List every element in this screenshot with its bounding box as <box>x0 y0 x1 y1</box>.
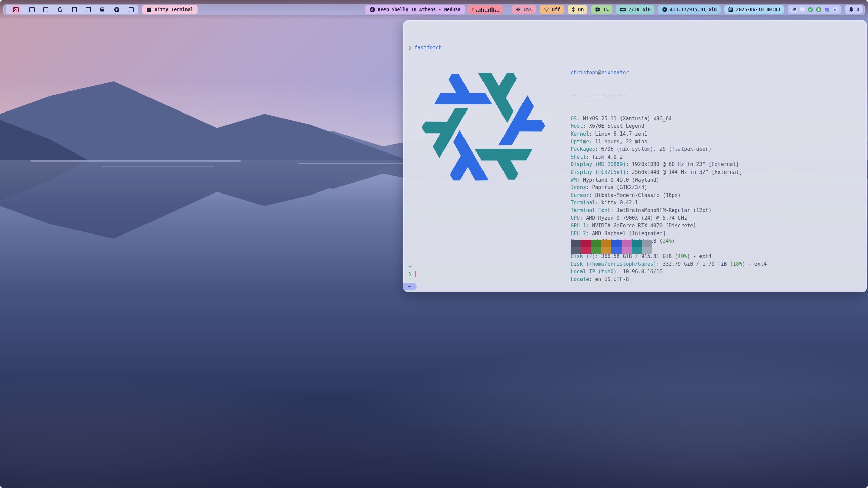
display-tray-icon[interactable] <box>800 7 805 12</box>
palette-swatch <box>581 240 591 247</box>
workspace-5[interactable] <box>72 7 77 12</box>
empty-workspace-icon <box>129 7 134 12</box>
terminal-window[interactable]: ~ ❯fastfetch christoph@nixinator -------… <box>403 20 867 292</box>
palette-swatch <box>642 240 652 247</box>
fetch-info-line: Host: X670E Steel Legend <box>571 122 767 130</box>
calendar-icon <box>728 7 733 12</box>
bluetooth-pill[interactable]: On <box>568 5 587 14</box>
clock-pill[interactable]: 2025-06-18 00:03 <box>724 5 784 14</box>
palette-swatch <box>642 247 652 254</box>
audio-visualizer-bars <box>476 7 499 12</box>
disk-usage: 413.17/915.81 GiB <box>670 7 717 12</box>
cpu-usage: 1% <box>603 7 608 12</box>
fetch-info-line: Icons: Papirus [GTK2/3/4] <box>571 184 767 191</box>
palette-swatch <box>571 247 581 254</box>
desktop: Kitty Terminal Keep Shelly In Athens - M… <box>0 0 868 488</box>
terminal-tab-bar: ~ <box>403 282 417 289</box>
fetch-info-line: CPU: AMD Ryzen 9 7900X (24) @ 5.74 GHz <box>571 214 767 222</box>
heart-tray-icon[interactable] <box>824 7 830 12</box>
clock-datetime: 2025-06-18 00:03 <box>736 7 780 12</box>
visualizer-bar <box>498 11 499 12</box>
fetch-info-line: Display (MD 20889): 1920x1080 @ 60 Hz in… <box>571 161 767 168</box>
music-note-icon: ♪ <box>471 7 474 12</box>
cpu-chip-icon <box>595 7 600 12</box>
active-window-pill[interactable]: Kitty Terminal <box>142 5 198 14</box>
fetch-info-line: Shell: fish 4.0.2 <box>571 153 767 161</box>
palette-swatch <box>632 240 642 247</box>
music-pill[interactable]: Keep Shelly In Athens - Medusa <box>365 5 465 14</box>
visualizer-bar <box>496 11 497 12</box>
text-cursor <box>415 271 416 277</box>
fetch-info-line: OS: NixOS 25.11 (Xantusia) x86_64 <box>571 115 767 123</box>
visualizer-bar <box>495 10 496 12</box>
visualizer-bar <box>476 10 477 12</box>
prompt-symbol: ❯ <box>408 45 411 51</box>
palette-swatch <box>611 247 622 254</box>
fetch-host: nixinator <box>601 69 629 76</box>
bar-left-section: Kitty Terminal <box>6 5 198 14</box>
palette-swatch <box>632 247 642 254</box>
fetch-title: christoph@nixinator <box>571 69 767 77</box>
fetch-info-line: Terminal: kitty 0.42.1 <box>571 199 767 207</box>
disk-pill[interactable]: 413.17/915.81 GiB <box>658 5 721 14</box>
workspace-2[interactable] <box>29 7 35 12</box>
spotify-icon <box>114 7 120 13</box>
cpu-pill[interactable]: 1% <box>591 5 612 14</box>
fetch-info-line: Disk (/home/christoph/Games): 332.79 GiB… <box>571 260 767 268</box>
cat-icon <box>146 7 152 12</box>
fetch-info-line: Uptime: 11 hours, 22 mins <box>571 138 767 146</box>
spotify-icon <box>370 7 375 13</box>
fetch-info-line: Kernel: Linux 6.14.7-zen1 <box>571 130 767 138</box>
visualizer-bar <box>485 11 486 12</box>
visualizer-bar <box>486 11 487 12</box>
contact-tray-icon[interactable] <box>816 7 821 12</box>
keyboard-tray-icon[interactable] <box>791 7 797 12</box>
workspace-7[interactable] <box>100 7 105 12</box>
workspace-9[interactable] <box>129 7 134 12</box>
ram-icon <box>620 7 626 12</box>
browser-icon <box>57 7 63 13</box>
prompt-path-line: ~ <box>408 36 442 44</box>
terminal-tab[interactable]: ~ <box>403 283 417 290</box>
fetch-info-line: Terminal Font: JetBrainsMonoNFM-Regular … <box>571 207 767 215</box>
fetch-lines: OS: NixOS 25.11 (Xantusia) x86_64Host: X… <box>571 115 767 283</box>
empty-workspace-icon <box>72 7 77 12</box>
visualizer-pill[interactable]: ♪ <box>467 5 503 14</box>
empty-workspace-icon <box>29 7 35 12</box>
input-line[interactable]: ❯ <box>408 270 416 278</box>
fetch-info-line: Cursor: Bibata-Modern-Classic (16px) <box>571 191 767 199</box>
fetch-at: @ <box>598 69 601 76</box>
fetch-info-line: Local IP (tun0): 10.96.0.16/16 <box>571 268 767 276</box>
typed-command: fastfetch <box>414 45 442 51</box>
palette-swatch <box>622 247 632 254</box>
music-track-title: Keep Shelly In Athens - Medusa <box>378 7 461 12</box>
notification-bell-icon <box>849 7 854 12</box>
fetch-info-line: Locale: en_US.UTF-8 <box>571 276 767 283</box>
visualizer-bar <box>491 7 492 12</box>
volume-pill[interactable]: 85% <box>512 5 536 14</box>
palette-swatch <box>622 240 632 247</box>
command-line: ❯fastfetch <box>408 44 442 52</box>
spotify-tray-icon[interactable] <box>833 7 838 12</box>
palette-swatch <box>591 247 601 254</box>
fetch-info-line: Display (LC32G5xT): 868x488 @ 144 Hz i… <box>571 168 767 176</box>
memory-usage: 7/30 GiB <box>629 7 651 12</box>
terminal-icon <box>13 7 19 12</box>
workspace-1[interactable] <box>11 5 21 14</box>
prompt-path: ~ <box>408 263 411 269</box>
prompt-path: ~ <box>408 37 411 43</box>
workspace-6[interactable] <box>86 7 91 12</box>
disk-icon <box>662 7 667 12</box>
workspace-3[interactable] <box>43 7 48 12</box>
workspace-8[interactable] <box>114 7 120 13</box>
terminal-tab-label: ~ <box>408 283 411 290</box>
fetch-info-line: WM: Hyprland 0.49.0 (Wayland) <box>571 176 767 184</box>
current-prompt: ~ ❯ <box>408 263 416 278</box>
notifications-pill[interactable]: 3 <box>845 5 863 14</box>
workspace-4[interactable] <box>57 7 63 13</box>
memory-pill[interactable]: 7/30 GiB <box>616 5 654 14</box>
check-tray-icon[interactable] <box>808 7 813 12</box>
wifi-pill[interactable]: Off <box>540 5 564 14</box>
volume-value: 85% <box>524 7 532 12</box>
visualizer-bar <box>493 8 494 12</box>
